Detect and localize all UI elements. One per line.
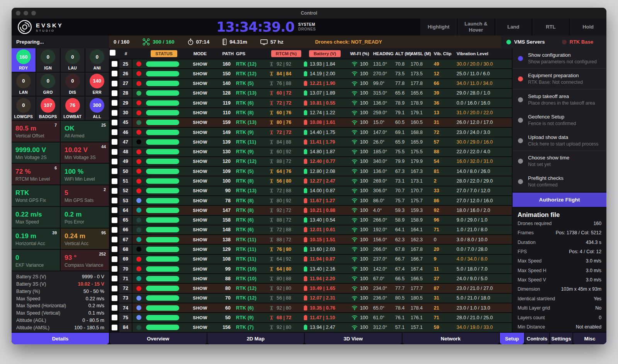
stat-card[interactable]: 100 % WiFi Min Level xyxy=(61,164,109,185)
row-checkbox[interactable] xyxy=(112,149,117,155)
drone-row[interactable]: 74 SHOW 60 RTK (6) xyxy=(110,303,512,312)
state-filter-tile[interactable]: 0 GRO xyxy=(36,73,60,96)
drone-row[interactable]: 48 SHOW 130 RTK (9) xyxy=(110,147,512,156)
state-filter-tile[interactable]: 0 IGN xyxy=(36,48,60,72)
state-filter-tile[interactable]: 0 ANI xyxy=(85,48,109,72)
row-checkbox[interactable] xyxy=(112,188,117,194)
state-filter-tile[interactable]: 0 DIS xyxy=(61,73,85,96)
state-filter-tile[interactable]: 107 BADGPS xyxy=(36,97,60,120)
select-all-checkbox[interactable] xyxy=(110,50,115,56)
stat-card[interactable]: 7 80.5 m Vertical Offset xyxy=(12,121,60,142)
state-filter-tile[interactable]: 160 RDY xyxy=(12,48,36,72)
drone-row[interactable]: 47 SHOW 139 RTK (11) xyxy=(110,137,512,146)
command-button[interactable]: Land xyxy=(495,19,532,36)
command-button[interactable]: RTL xyxy=(532,19,569,36)
drone-row[interactable]: 49 SHOW 120 RTK (12) xyxy=(110,157,512,166)
drone-row[interactable]: 70 SHOW 99 RTK (10) xyxy=(110,264,512,273)
stat-card[interactable]: 0.22 m/s Max Speed xyxy=(12,207,60,228)
row-checkbox[interactable] xyxy=(112,71,117,76)
view-tab[interactable]: 2D Map xyxy=(207,333,304,344)
row-checkbox[interactable] xyxy=(112,207,117,213)
view-tab[interactable]: 3D View xyxy=(305,333,402,344)
stat-card[interactable]: 9999.00 V Min Voltage 2S xyxy=(12,142,60,163)
state-filter-tile[interactable]: 300 ALL xyxy=(85,97,109,120)
checklist-item[interactable]: Geofence Setup Fence is not confirmed xyxy=(513,110,606,130)
stat-card[interactable]: RTK Worst GPS Fix xyxy=(12,185,60,206)
row-checkbox[interactable] xyxy=(112,266,117,272)
drone-row[interactable]: 52 SHOW 90 RTK (13) xyxy=(110,186,512,195)
row-checkbox[interactable] xyxy=(112,198,117,203)
row-checkbox[interactable] xyxy=(112,120,117,125)
state-filter-tile[interactable]: 140 ERR xyxy=(85,73,109,96)
drone-row[interactable]: 50 SHOW 109 RTK (5) xyxy=(110,167,512,176)
config-tab[interactable]: Setup xyxy=(500,333,524,344)
row-checkbox[interactable] xyxy=(112,90,117,96)
state-filter-tile[interactable]: 76 LOWBAT xyxy=(61,97,85,120)
drone-row[interactable]: 53 SHOW 78 RTK (8) xyxy=(110,196,512,205)
row-checkbox[interactable] xyxy=(112,246,117,252)
config-tab[interactable]: Settings xyxy=(550,333,572,344)
config-tab[interactable]: Misc xyxy=(573,333,606,344)
stat-card[interactable]: 25 OK All Armed xyxy=(61,121,109,142)
row-checkbox[interactable] xyxy=(112,295,117,301)
stat-card[interactable]: 252 93 ° Compass Variance xyxy=(61,250,109,271)
row-checkbox[interactable] xyxy=(112,81,117,86)
row-checkbox[interactable] xyxy=(112,315,117,320)
row-checkbox[interactable] xyxy=(112,286,117,291)
row-checkbox[interactable] xyxy=(112,159,117,164)
drone-row[interactable]: 29 SHOW 119 RTK (6) xyxy=(110,98,512,107)
command-button[interactable]: Launch & Hover xyxy=(458,19,494,36)
tab-details[interactable]: Details xyxy=(12,333,109,344)
drone-row[interactable]: 64 SHOW 147 RTK (8) xyxy=(110,206,512,215)
drone-row[interactable]: 51 SHOW 100 RTK (8) xyxy=(110,176,512,185)
drone-row[interactable]: 71 SHOW 88 RTK (10) xyxy=(110,274,512,283)
stat-card[interactable]: 95 0.24 m Vertical Acc xyxy=(61,229,109,249)
authorize-flight-button[interactable]: Authorize Flight xyxy=(513,193,606,207)
state-filter-tile[interactable]: 0 LAN xyxy=(12,73,36,96)
row-checkbox[interactable] xyxy=(112,139,117,145)
row-checkbox[interactable] xyxy=(112,129,117,135)
drone-row[interactable]: 30 SHOW 110 RTK (8) xyxy=(110,108,512,117)
drone-row[interactable]: 26 SHOW 150 RTK (12) xyxy=(110,69,512,78)
stat-card[interactable]: 39 0.19 m Horizontal Acc xyxy=(12,229,60,249)
checklist-item[interactable]: Choose show time Not set yet xyxy=(513,151,606,171)
config-tab[interactable]: Controls xyxy=(525,333,549,344)
checklist-item[interactable]: Show configuration Show parameters not c… xyxy=(513,48,606,69)
state-filter-tile[interactable]: 0 LOWGPS xyxy=(12,97,36,120)
row-checkbox[interactable] xyxy=(112,178,117,184)
drone-row[interactable]: 69 SHOW 108 RTK (11) xyxy=(110,255,512,264)
drone-row[interactable]: 66 SHOW 148 RTK (6) xyxy=(110,225,512,234)
checklist-item[interactable]: Setup takeoff area Place drones in the t… xyxy=(513,90,606,110)
vms-servers-label[interactable]: VMS Servers xyxy=(514,39,545,45)
command-button[interactable]: Highlight xyxy=(420,19,457,36)
rtk-base-label[interactable]: RTK Base xyxy=(570,39,593,45)
drone-row[interactable]: 72 SHOW 80 RTK (12) xyxy=(110,284,512,293)
drone-row[interactable]: 45 SHOW 159 RTK (13) xyxy=(110,118,512,127)
checklist-item[interactable]: Preflight checks Not confirmed xyxy=(513,171,606,192)
row-checkbox[interactable] xyxy=(112,305,117,311)
drone-row[interactable]: 84 SHOW 156 RTK (7) xyxy=(110,323,512,332)
drone-row[interactable]: 27 SHOW 140 RTK (5) xyxy=(110,79,512,88)
drone-row[interactable]: 65 SHOW 158 RTK (6) xyxy=(110,216,512,225)
state-filter-tile[interactable]: 0 LAU xyxy=(61,48,85,72)
drone-row[interactable]: 46 SHOW 149 RTK (9) xyxy=(110,128,512,137)
checklist-item[interactable]: Equipment preparation RTK Base: Not conn… xyxy=(513,69,606,89)
stat-card[interactable]: 0.2 m Pos Error xyxy=(61,207,109,228)
row-checkbox[interactable] xyxy=(112,325,117,330)
row-checkbox[interactable] xyxy=(112,100,117,106)
row-checkbox[interactable] xyxy=(112,217,117,223)
drone-row[interactable]: 73 SHOW 70 RTK (12) xyxy=(110,294,512,303)
drone-row[interactable]: 25 SHOW 160 RTK (12) xyxy=(110,59,512,68)
row-checkbox[interactable] xyxy=(112,237,117,242)
row-checkbox[interactable] xyxy=(112,256,117,262)
view-tab[interactable]: Network xyxy=(402,333,499,344)
row-checkbox[interactable] xyxy=(112,61,117,67)
row-checkbox[interactable] xyxy=(112,110,117,116)
drone-row[interactable]: 75 SHOW 50 RTK (9) xyxy=(110,313,512,322)
view-tab[interactable]: Overview xyxy=(110,333,207,344)
drone-row[interactable]: 67 SHOW 138 RTK (11) xyxy=(110,235,512,244)
drone-row[interactable]: 28 SHOW 128 RTK (13) xyxy=(110,89,512,98)
row-checkbox[interactable] xyxy=(112,276,117,281)
row-checkbox[interactable] xyxy=(112,227,117,233)
row-checkbox[interactable] xyxy=(112,168,117,174)
